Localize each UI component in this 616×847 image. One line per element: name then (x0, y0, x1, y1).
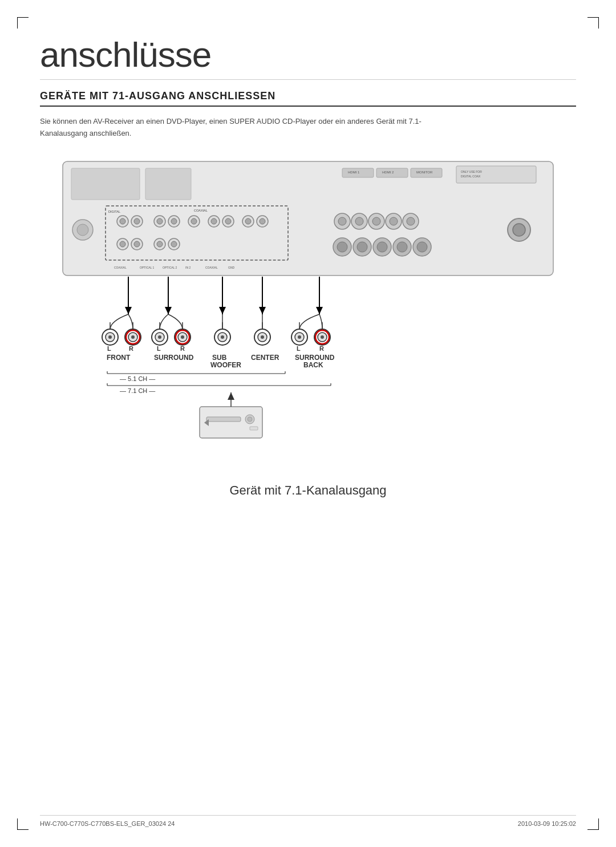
svg-point-110 (298, 335, 301, 339)
svg-marker-144 (228, 392, 234, 400)
page-title: anschlüsse (40, 34, 576, 80)
svg-marker-74 (165, 307, 172, 314)
svg-text:CENTER: CENTER (251, 354, 279, 362)
svg-point-60 (397, 242, 407, 252)
svg-point-56 (357, 242, 367, 252)
svg-text:R: R (319, 345, 324, 352)
diagram-svg: HDMI 1 HDMI 2 MONITOR ONLY USE FOR DIGIT… (40, 156, 576, 475)
svg-text:DIGITAL: DIGITAL (108, 210, 120, 213)
svg-text:COAXIAL: COAXIAL (194, 209, 208, 212)
svg-point-18 (134, 218, 140, 224)
svg-point-42 (171, 241, 177, 247)
diagram-svg-wrap: HDMI 1 HDMI 2 MONITOR ONLY USE FOR DIGIT… (40, 156, 576, 477)
svg-point-38 (134, 241, 140, 247)
svg-text:BACK: BACK (303, 361, 323, 369)
svg-text:HDMI 2: HDMI 2 (382, 171, 394, 174)
svg-text:— 7.1 CH —: — 7.1 CH — (120, 387, 155, 394)
svg-point-22 (171, 218, 177, 224)
svg-text:FRONT: FRONT (107, 354, 131, 362)
svg-text:HDMI 1: HDMI 1 (348, 171, 360, 174)
svg-marker-80 (316, 307, 323, 314)
svg-text:IN 2: IN 2 (185, 266, 191, 269)
svg-text:SUB: SUB (212, 354, 227, 362)
svg-point-28 (225, 218, 231, 224)
svg-text:OPTICAL 1: OPTICAL 1 (140, 266, 155, 269)
svg-marker-72 (125, 307, 132, 314)
svg-text:L: L (297, 345, 301, 352)
svg-point-106 (261, 335, 264, 339)
svg-point-24 (191, 218, 197, 224)
svg-point-30 (245, 218, 251, 224)
svg-marker-78 (259, 307, 266, 314)
footer-timestamp: 2010-03-09 10:25:02 (518, 820, 576, 827)
svg-text:SURROUND: SURROUND (295, 354, 335, 362)
svg-rect-1 (71, 168, 140, 200)
section-heading: GERÄTE MIT 71-AUSGANG ANSCHLIESSEN (40, 90, 576, 107)
svg-point-54 (337, 242, 347, 252)
corner-mark-bl (17, 818, 29, 830)
svg-point-97 (181, 335, 184, 339)
svg-point-48 (372, 217, 380, 225)
svg-point-84 (108, 335, 112, 339)
svg-text:R: R (129, 345, 133, 352)
svg-point-114 (321, 335, 324, 339)
footer: HW-C700-C770S-C770BS-ELS_GER_03024 24 20… (40, 815, 576, 827)
svg-point-44 (338, 217, 346, 225)
svg-point-26 (211, 218, 217, 224)
svg-point-13 (77, 224, 88, 236)
svg-text:SURROUND: SURROUND (154, 354, 194, 362)
description: Sie können den AV-Receiver an einen DVD-… (40, 116, 468, 140)
svg-point-50 (390, 217, 398, 225)
svg-point-88 (131, 335, 135, 339)
svg-text:L: L (157, 345, 161, 352)
svg-point-16 (120, 218, 125, 224)
svg-text:R: R (180, 345, 185, 352)
corner-mark-tl (17, 17, 29, 29)
svg-rect-141 (250, 427, 258, 430)
svg-point-140 (248, 417, 252, 422)
footer-file-info: HW-C700-C770S-C770BS-ELS_GER_03024 24 (40, 820, 175, 827)
svg-rect-138 (206, 417, 241, 422)
svg-point-40 (157, 241, 163, 247)
svg-text:ONLY USE FOR: ONLY USE FOR (461, 170, 482, 173)
svg-point-93 (158, 335, 161, 339)
svg-text:L: L (107, 345, 111, 352)
svg-text:COAXIAL: COAXIAL (114, 266, 127, 269)
page: anschlüsse GERÄTE MIT 71-AUSGANG ANSCHLI… (0, 0, 616, 847)
corner-mark-br (587, 818, 599, 830)
svg-point-64 (513, 224, 525, 236)
svg-point-58 (377, 242, 387, 252)
svg-point-46 (355, 217, 363, 225)
svg-text:MONITOR: MONITOR (416, 171, 433, 174)
corner-mark-tr (587, 17, 599, 29)
svg-marker-76 (219, 307, 226, 314)
diagram-caption: Gerät mit 7.1-Kanalausgang (229, 483, 386, 498)
svg-point-20 (157, 218, 163, 224)
svg-rect-2 (145, 168, 191, 200)
svg-point-32 (260, 218, 265, 224)
svg-point-62 (417, 242, 427, 252)
svg-text:DIGITAL COAX: DIGITAL COAX (461, 175, 481, 178)
svg-text:OPTICAL 2: OPTICAL 2 (163, 266, 177, 269)
svg-point-102 (221, 335, 224, 339)
svg-text:GND: GND (228, 266, 235, 269)
svg-text:COAXIAL: COAXIAL (205, 266, 218, 269)
svg-text:— 5.1 CH —: — 5.1 CH — (120, 375, 155, 382)
diagram-container: HDMI 1 HDMI 2 MONITOR ONLY USE FOR DIGIT… (40, 156, 576, 498)
svg-text:WOOFER: WOOFER (210, 361, 241, 369)
svg-point-52 (407, 217, 415, 225)
svg-point-36 (120, 241, 125, 247)
